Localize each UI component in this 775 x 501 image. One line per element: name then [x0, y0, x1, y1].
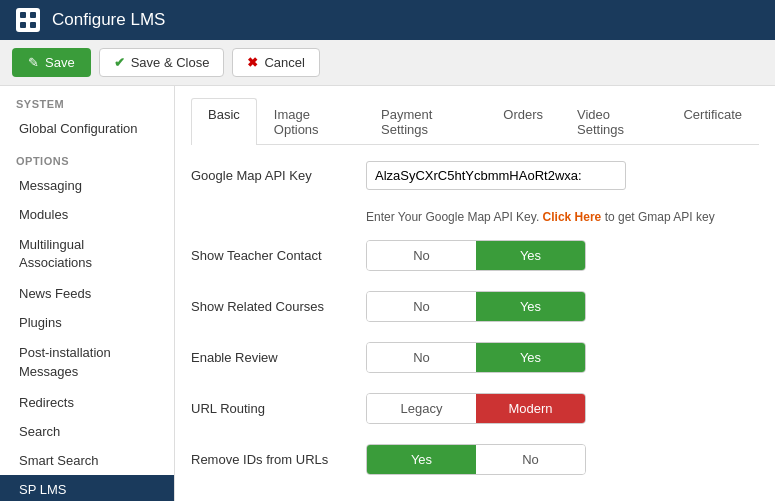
- enable-review-toggle: No Yes: [366, 342, 586, 373]
- app-icon: [16, 8, 40, 32]
- show-teacher-no-btn[interactable]: No: [367, 241, 476, 270]
- url-routing-control: Legacy Modern: [366, 393, 759, 424]
- svg-rect-1: [30, 12, 36, 18]
- show-related-row: Show Related Courses No Yes: [191, 291, 759, 322]
- svg-rect-2: [20, 22, 26, 28]
- tab-video-settings[interactable]: Video Settings: [560, 98, 666, 145]
- tab-basic[interactable]: Basic: [191, 98, 257, 145]
- system-section-label: SYSTEM: [0, 86, 174, 114]
- enable-review-control: No Yes: [366, 342, 759, 373]
- sidebar-item-global-config[interactable]: Global Configuration: [0, 114, 174, 143]
- google-map-row: Google Map API Key: [191, 161, 759, 190]
- sidebar: SYSTEM Global Configuration OPTIONS Mess…: [0, 86, 175, 501]
- remove-ids-row: Remove IDs from URLs Yes No: [191, 444, 759, 475]
- check-icon: ✔: [114, 55, 125, 70]
- grid-icon: [19, 11, 37, 29]
- sidebar-item-redirects[interactable]: Redirects: [0, 388, 174, 417]
- remove-ids-toggle: Yes No: [366, 444, 586, 475]
- show-related-label: Show Related Courses: [191, 299, 366, 314]
- save-close-button[interactable]: ✔ Save & Close: [99, 48, 225, 77]
- enable-review-row: Enable Review No Yes: [191, 342, 759, 373]
- show-teacher-control: No Yes: [366, 240, 759, 271]
- tab-payment-settings[interactable]: Payment Settings: [364, 98, 486, 145]
- show-teacher-label: Show Teacher Contact: [191, 248, 366, 263]
- show-related-yes-btn[interactable]: Yes: [476, 292, 585, 321]
- url-routing-legacy-btn[interactable]: Legacy: [367, 394, 476, 423]
- sidebar-item-search[interactable]: Search: [0, 417, 174, 446]
- remove-ids-label: Remove IDs from URLs: [191, 452, 366, 467]
- enable-review-no-btn[interactable]: No: [367, 343, 476, 372]
- svg-rect-0: [20, 12, 26, 18]
- show-teacher-toggle: No Yes: [366, 240, 586, 271]
- sidebar-item-modules[interactable]: Modules: [0, 200, 174, 229]
- show-teacher-yes-btn[interactable]: Yes: [476, 241, 585, 270]
- url-routing-toggle: Legacy Modern: [366, 393, 586, 424]
- tab-certificate[interactable]: Certificate: [666, 98, 759, 145]
- sidebar-item-messaging[interactable]: Messaging: [0, 171, 174, 200]
- tab-bar: Basic Image Options Payment Settings Ord…: [191, 98, 759, 145]
- url-routing-modern-btn[interactable]: Modern: [476, 394, 585, 423]
- sidebar-item-news-feeds[interactable]: News Feeds: [0, 279, 174, 308]
- google-map-help: Enter Your Google Map API Key. Click Her…: [366, 210, 759, 224]
- main-content: Basic Image Options Payment Settings Ord…: [175, 86, 775, 501]
- sidebar-item-multilingual-associations[interactable]: Multilingual Associations: [0, 229, 174, 279]
- main-layout: SYSTEM Global Configuration OPTIONS Mess…: [0, 86, 775, 501]
- sidebar-item-smart-search[interactable]: Smart Search: [0, 446, 174, 475]
- show-related-control: No Yes: [366, 291, 759, 322]
- save-button[interactable]: ✎ Save: [12, 48, 91, 77]
- enable-review-yes-btn[interactable]: Yes: [476, 343, 585, 372]
- sidebar-item-sp-lms[interactable]: SP LMS: [0, 475, 174, 501]
- svg-rect-3: [30, 22, 36, 28]
- google-map-input[interactable]: [366, 161, 626, 190]
- show-related-toggle: No Yes: [366, 291, 586, 322]
- sidebar-item-post-installation[interactable]: Post-installation Messages: [0, 337, 174, 387]
- x-icon: ✖: [247, 55, 258, 70]
- show-teacher-row: Show Teacher Contact No Yes: [191, 240, 759, 271]
- remove-ids-no-btn[interactable]: No: [476, 445, 585, 474]
- tab-image-options[interactable]: Image Options: [257, 98, 364, 145]
- click-here-link[interactable]: Click Here: [543, 210, 602, 224]
- enable-review-label: Enable Review: [191, 350, 366, 365]
- remove-ids-control: Yes No: [366, 444, 759, 475]
- sidebar-item-plugins[interactable]: Plugins: [0, 308, 174, 337]
- remove-ids-yes-btn[interactable]: Yes: [367, 445, 476, 474]
- page-title: Configure LMS: [52, 10, 165, 30]
- url-routing-row: URL Routing Legacy Modern: [191, 393, 759, 424]
- app-header: Configure LMS: [0, 0, 775, 40]
- tab-orders[interactable]: Orders: [486, 98, 560, 145]
- google-map-input-area: [366, 161, 759, 190]
- toolbar: ✎ Save ✔ Save & Close ✖ Cancel: [0, 40, 775, 86]
- save-icon: ✎: [28, 55, 39, 70]
- url-routing-label: URL Routing: [191, 401, 366, 416]
- show-related-no-btn[interactable]: No: [367, 292, 476, 321]
- cancel-button[interactable]: ✖ Cancel: [232, 48, 319, 77]
- options-section-label: OPTIONS: [0, 143, 174, 171]
- google-map-label: Google Map API Key: [191, 168, 366, 183]
